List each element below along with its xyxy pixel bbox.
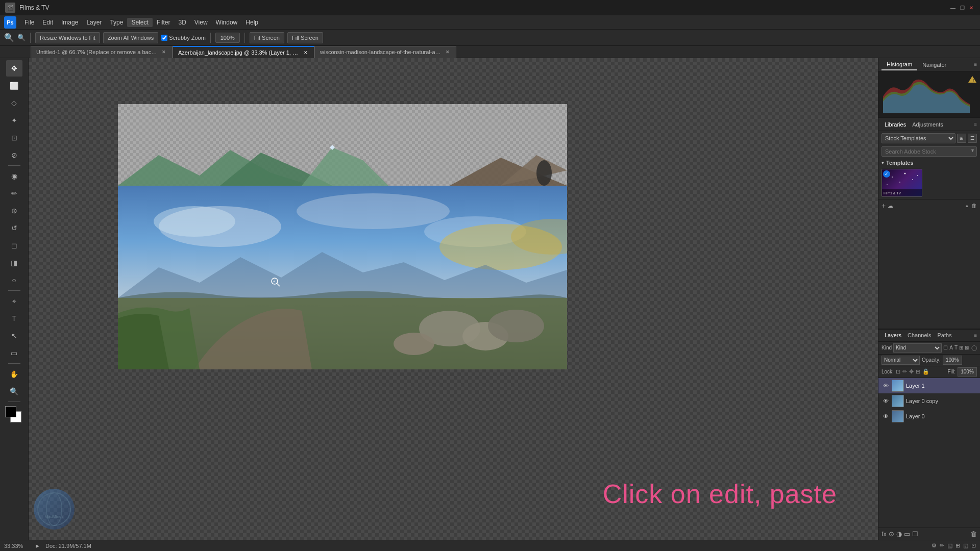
scrubby-zoom-checkbox[interactable] xyxy=(161,35,167,41)
tab-close-azerbaijan[interactable]: ✕ xyxy=(303,49,309,56)
marquee-tool[interactable]: ⬜ xyxy=(6,78,22,94)
cloud-sync-btn[interactable]: ☁ xyxy=(888,203,893,209)
fg-color-swatch[interactable] xyxy=(5,406,16,417)
menu-help[interactable]: Help xyxy=(241,18,262,27)
lock-icon-paint[interactable]: ✏ xyxy=(902,368,907,375)
add-library-btn[interactable]: + xyxy=(881,202,886,210)
filter-icon2[interactable]: A xyxy=(949,345,953,350)
delete-layer-btn[interactable]: 🗑 xyxy=(970,530,977,538)
menu-image[interactable]: Image xyxy=(57,18,82,27)
crop-tool[interactable]: ⊡ xyxy=(6,130,22,146)
tab-azerbaijan[interactable]: Azerbaijan_landscape.jpg @ 33.3% (Layer … xyxy=(173,46,314,58)
list-view-btn[interactable]: ☰ xyxy=(968,134,977,143)
history-brush-tool[interactable]: ↺ xyxy=(6,220,22,236)
tab-close-wisconsin[interactable]: ✕ xyxy=(445,49,451,55)
histogram-menu-icon[interactable]: ≡ xyxy=(974,62,977,67)
status-icon-3[interactable]: ◱ xyxy=(947,542,952,549)
trash-library-btn[interactable]: 🗑 xyxy=(971,203,977,209)
tab-channels[interactable]: Channels xyxy=(904,331,934,339)
add-mask-btn[interactable]: ⊙ xyxy=(889,530,894,538)
kind-select[interactable]: Kind xyxy=(893,343,942,353)
path-select-tool[interactable]: ↖ xyxy=(6,328,22,344)
menu-layer[interactable]: Layer xyxy=(82,18,106,27)
templates-collapse-icon[interactable]: ▾ xyxy=(881,160,884,165)
menu-filter[interactable]: Filter xyxy=(153,18,175,27)
menu-type[interactable]: Type xyxy=(106,18,127,27)
tab-libraries[interactable]: Libraries xyxy=(881,119,909,130)
tab-histogram[interactable]: Histogram xyxy=(881,59,917,70)
hand-tool[interactable]: ✋ xyxy=(6,366,22,382)
eyedropper-tool[interactable]: ⊘ xyxy=(6,147,22,163)
tab-wisconsin[interactable]: wisconsin-madison-landscape-of-the-natur… xyxy=(314,46,456,58)
menu-3d[interactable]: 3D xyxy=(174,18,190,27)
menu-view[interactable]: View xyxy=(190,18,212,27)
status-icon-5[interactable]: ◱ xyxy=(963,542,968,549)
filter-icon1[interactable]: ☐ xyxy=(943,345,948,350)
gradient-tool[interactable]: ◨ xyxy=(6,255,22,271)
grid-view-btn[interactable]: ⊞ xyxy=(957,134,966,143)
lasso-tool[interactable]: ◇ xyxy=(6,95,22,111)
menu-edit[interactable]: Edit xyxy=(38,18,57,27)
filter-icon3[interactable]: T xyxy=(954,345,958,350)
tab-untitled[interactable]: Untitled-1 @ 66.7% (Replace or remove a … xyxy=(31,46,173,58)
search-adobe-stock-input[interactable] xyxy=(881,146,977,157)
tab-close-untitled[interactable]: ✕ xyxy=(161,49,167,55)
zoom-input[interactable] xyxy=(215,33,240,43)
move-tool[interactable]: ✥ xyxy=(6,60,22,77)
dodge-tool[interactable]: ○ xyxy=(6,272,22,288)
text-tool[interactable]: T xyxy=(6,310,22,327)
menu-window[interactable]: Window xyxy=(212,18,242,27)
filter-toggle[interactable]: ◯ xyxy=(971,345,977,350)
maximize-button[interactable]: ❐ xyxy=(959,4,966,11)
zoom-tool[interactable]: 🔍 xyxy=(6,383,22,399)
pen-tool[interactable]: ⌖ xyxy=(6,293,22,309)
lock-icon-transparent[interactable]: ⊡ xyxy=(896,368,900,375)
fill-screen-btn[interactable]: Fill Screen xyxy=(287,32,323,43)
filter-icon5[interactable]: ⊠ xyxy=(965,345,969,350)
filter-icon4[interactable]: ⊞ xyxy=(959,345,963,350)
add-style-btn[interactable]: fx xyxy=(881,530,887,538)
layer-item-layer0[interactable]: 👁 Layer 0 xyxy=(878,409,980,424)
minimize-button[interactable]: — xyxy=(949,4,957,11)
lock-icon-move[interactable]: ✥ xyxy=(909,368,914,375)
menu-select[interactable]: Select xyxy=(127,18,152,27)
canvas-area[interactable]: + Click on edit, paste MadMinds xyxy=(29,58,878,540)
scrubby-zoom-label[interactable]: Scrubby Zoom xyxy=(161,35,206,41)
brush-tool[interactable]: ✏ xyxy=(6,185,22,202)
titlebar-controls[interactable]: — ❐ ✕ xyxy=(949,4,975,11)
lock-icon-artboard[interactable]: ⊞ xyxy=(916,368,920,375)
layer-item-layer0copy[interactable]: 👁 Layer 0 copy xyxy=(878,393,980,409)
tab-paths[interactable]: Paths xyxy=(935,331,955,339)
fit-screen-btn[interactable]: Fit Screen xyxy=(250,32,284,43)
clone-tool[interactable]: ⊕ xyxy=(6,203,22,219)
new-layer-btn[interactable]: ☐ xyxy=(912,530,918,538)
layer-eye-layer0copy[interactable]: 👁 xyxy=(881,397,890,405)
status-icon-6[interactable]: ⊡ xyxy=(971,542,976,549)
status-icon-2[interactable]: ✏ xyxy=(940,542,944,549)
quick-select-tool[interactable]: ✦ xyxy=(6,112,22,129)
blend-mode-select[interactable]: Normal xyxy=(881,356,920,365)
template-thumbnail[interactable]: ✓ Films & TV xyxy=(881,169,922,197)
status-icon-1[interactable]: ⚙ xyxy=(932,542,937,549)
close-button[interactable]: ✕ xyxy=(968,4,975,11)
stock-templates-dropdown[interactable]: Stock Templates My Library xyxy=(881,133,955,143)
menu-file[interactable]: File xyxy=(20,18,38,27)
tab-navigator[interactable]: Navigator xyxy=(917,60,951,70)
status-icon-4[interactable]: ⊞ xyxy=(955,542,960,549)
tab-layers[interactable]: Layers xyxy=(881,331,904,339)
opacity-input[interactable] xyxy=(943,356,962,365)
heal-tool[interactable]: ◉ xyxy=(6,168,22,184)
layer-item-layer1[interactable]: 👁 Layer 1 xyxy=(878,378,980,393)
lock-icon-all[interactable]: 🔒 xyxy=(922,368,929,375)
shape-tool[interactable]: ▭ xyxy=(6,345,22,361)
collapse-library-btn[interactable]: ▲ xyxy=(965,203,969,208)
layer-eye-layer0[interactable]: 👁 xyxy=(881,412,890,420)
layers-menu-icon[interactable]: ≡ xyxy=(974,333,977,338)
resize-windows-btn[interactable]: Resize Windows to Fit xyxy=(35,32,100,43)
tab-adjustments[interactable]: Adjustments xyxy=(909,119,946,130)
add-adj-btn[interactable]: ◑ xyxy=(896,530,902,538)
fill-input[interactable] xyxy=(958,367,977,377)
search-dropdown-icon[interactable]: ▼ xyxy=(970,148,975,153)
eraser-tool[interactable]: ◻ xyxy=(6,237,22,254)
new-group-btn[interactable]: ▭ xyxy=(904,530,910,538)
